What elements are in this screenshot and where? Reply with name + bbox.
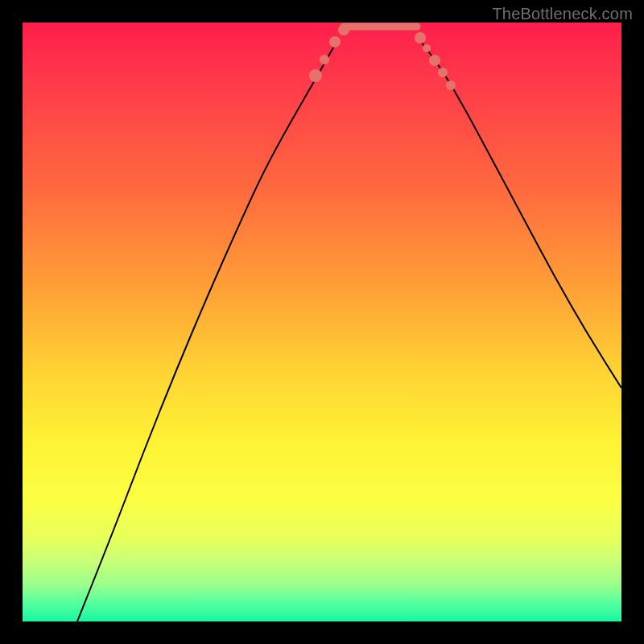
marker-dot bbox=[446, 80, 456, 90]
marker-dot bbox=[309, 69, 322, 82]
watermark-text: TheBottleneck.com bbox=[492, 5, 633, 23]
marker-dot bbox=[329, 36, 341, 47]
plot-area bbox=[23, 23, 621, 621]
marker-dot bbox=[429, 55, 440, 66]
marker-dot bbox=[338, 24, 349, 35]
marker-group bbox=[309, 24, 456, 90]
curve-svg bbox=[23, 23, 621, 621]
marker-dot bbox=[320, 55, 329, 64]
right-curve-path bbox=[421, 42, 621, 388]
marker-dot bbox=[415, 32, 426, 43]
marker-dot bbox=[423, 44, 431, 52]
chart-frame: TheBottleneck.com bbox=[0, 0, 644, 644]
marker-dot bbox=[438, 68, 448, 77]
left-curve-path bbox=[77, 42, 336, 621]
